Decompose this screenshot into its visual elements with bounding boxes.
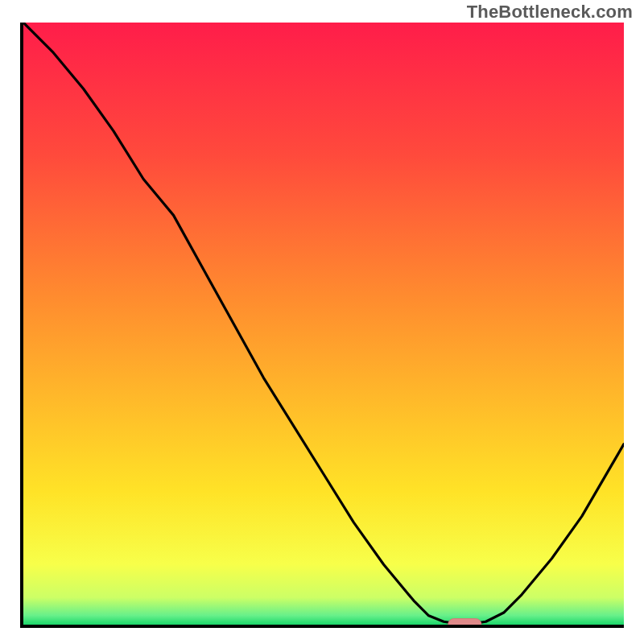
chart-svg [23,23,624,625]
gradient-background [23,23,624,625]
plot-area [23,23,624,625]
chart-container: TheBottleneck.com [0,0,644,644]
optimum-marker [448,619,481,625]
watermark-text: TheBottleneck.com [467,2,633,23]
plot-frame [20,23,624,628]
